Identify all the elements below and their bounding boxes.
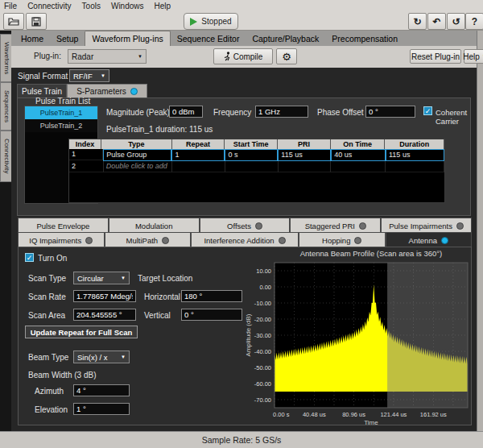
cell-empty[interactable]: [279, 161, 332, 172]
cell-empty[interactable]: [331, 161, 386, 172]
cell-start-time[interactable]: 0 s: [225, 149, 278, 161]
compile-settings-button[interactable]: ⚙: [276, 48, 297, 64]
help-button[interactable]: ?: [465, 13, 483, 30]
frequency-field[interactable]: [255, 106, 308, 118]
duration-text: PulseTrain_1 duration: 115 us: [106, 125, 213, 134]
ftab-pulse-impairments[interactable]: Pulse Impairments: [381, 218, 472, 234]
tab-setup[interactable]: Setup: [50, 31, 85, 46]
plugin-help-button[interactable]: Help ▼: [464, 49, 483, 64]
ftab-interference-addition[interactable]: Interference Addition: [191, 232, 299, 248]
turn-on-checkbox[interactable]: ✓: [25, 253, 34, 262]
cell-duration[interactable]: 115 us: [386, 149, 444, 161]
ftab-hopping[interactable]: Hopping: [299, 232, 386, 248]
status-dot: [85, 237, 93, 244]
cell-index[interactable]: 1: [69, 149, 103, 160]
cell-empty[interactable]: [225, 161, 279, 172]
reset-plugin-button[interactable]: Reset Plug-in: [410, 49, 461, 64]
azimuth-field[interactable]: [73, 384, 130, 396]
refresh-button[interactable]: ↺: [447, 13, 465, 30]
list-item-pulsetrain2[interactable]: PulseTrain_2: [25, 119, 97, 132]
col-start-time[interactable]: Start Time: [225, 139, 278, 149]
sidetab-waveforms[interactable]: Waveforms: [0, 34, 12, 82]
update-repeat-button[interactable]: Update Repeat for Full Scan: [25, 326, 138, 338]
ftab-label: MultiPath: [126, 236, 158, 245]
ftab-iq-impairments[interactable]: IQ Impairments: [18, 232, 105, 248]
menu-help[interactable]: Help: [155, 2, 171, 10]
compile-button[interactable]: Compile: [213, 48, 273, 64]
svg-text:-70.00: -70.00: [254, 396, 271, 404]
menu-connectivity[interactable]: Connectivity: [27, 2, 71, 10]
run-stop-button[interactable]: Stopped: [184, 13, 238, 30]
tab-precompensation[interactable]: Precompensation: [325, 31, 404, 46]
magnitude-label: Magnitude (Peak): [106, 108, 170, 117]
tab-home[interactable]: Home: [14, 31, 50, 46]
table-row: 2 Double click to add: [69, 161, 444, 172]
col-type[interactable]: Type: [101, 139, 171, 149]
menu-windows[interactable]: Windows: [111, 2, 144, 10]
cell-on-time[interactable]: 40 us: [331, 149, 386, 161]
phase-offset-field[interactable]: [365, 106, 415, 118]
pulse-train-panel: Pulse Train List PulseTrain_1 PulseTrain…: [17, 97, 471, 216]
cell-empty[interactable]: [386, 161, 444, 172]
right-strip[interactable]: [477, 31, 483, 431]
undo-icon: ↶: [432, 16, 440, 27]
ftab-offsets[interactable]: Offsets: [200, 218, 291, 234]
svg-text:-40.00: -40.00: [254, 348, 271, 355]
beam-profile-plot[interactable]: 10.000.00-10.00-20.00-30.00-40.00-50.00-…: [242, 258, 473, 425]
undo-button[interactable]: ↶: [427, 13, 446, 30]
run-man-icon: [224, 52, 231, 61]
sidetab-sequences[interactable]: Sequences: [0, 82, 12, 131]
ftab-pulse-envelope[interactable]: Pulse Envelope: [18, 218, 109, 234]
cell-add-placeholder[interactable]: Double click to add: [104, 161, 172, 172]
beam-type-select[interactable]: Sin(x) / x ▼: [73, 351, 130, 363]
cell-type[interactable]: Pulse Group: [103, 149, 171, 161]
pulse-table-header: Index Type Repeat Start Time PRI On Time…: [69, 139, 444, 149]
plugin-select[interactable]: Radar ▼: [68, 49, 147, 64]
check-icon: ✓: [27, 254, 33, 262]
signal-format-label: Signal Format: [18, 72, 68, 81]
ftab-label: Pulse Impairments: [389, 222, 452, 230]
cell-empty[interactable]: [172, 161, 225, 172]
coherent-carrier-label: Coherent Carrier: [436, 108, 470, 126]
col-duration[interactable]: Duration: [385, 139, 444, 149]
elevation-field[interactable]: [73, 403, 130, 415]
save-button[interactable]: [26, 13, 47, 30]
open-button[interactable]: [3, 13, 24, 30]
magnitude-field[interactable]: [169, 106, 203, 118]
signal-format-value: RF/IF: [73, 72, 93, 81]
antenna-panel: ✓ Turn On Scan Type Circular ▼ Scan Rate…: [18, 247, 472, 425]
tab-sequence-editor[interactable]: Sequence Editor: [171, 31, 246, 46]
col-index[interactable]: Index: [69, 139, 101, 149]
col-repeat[interactable]: Repeat: [172, 139, 225, 149]
sidetab-connectivity[interactable]: Connectivity: [0, 131, 12, 182]
horizontal-field[interactable]: [181, 290, 242, 302]
scan-rate-field[interactable]: [73, 290, 136, 302]
signal-format-select[interactable]: RF/IF ▼: [69, 69, 109, 82]
col-pri[interactable]: PRI: [278, 139, 331, 149]
ftab-staggered-pri[interactable]: Staggered PRI: [290, 218, 381, 234]
col-on-time[interactable]: On Time: [331, 139, 386, 149]
scan-type-select[interactable]: Circular ▼: [73, 272, 130, 284]
tab-waveform-plugins[interactable]: Waveform Plug-ins: [85, 31, 170, 46]
menu-file[interactable]: File: [4, 2, 17, 10]
vertical-field[interactable]: [181, 309, 242, 321]
svg-text:0.00 s: 0.00 s: [273, 411, 290, 418]
svg-text:-20.00: -20.00: [254, 316, 271, 323]
cell-index[interactable]: 2: [69, 161, 104, 172]
menu-tools[interactable]: Tools: [82, 2, 101, 10]
ftab-modulation[interactable]: Modulation: [109, 218, 200, 234]
run-state-label: Stopped: [201, 17, 231, 26]
cell-repeat[interactable]: 1: [171, 149, 225, 161]
svg-text:161.92 us: 161.92 us: [420, 411, 447, 418]
tab-capture-playback[interactable]: Capture/Playback: [246, 31, 325, 46]
reset-plugin-label: Reset Plug-in: [411, 52, 460, 61]
recall-setup-button[interactable]: ↻: [408, 13, 427, 30]
ftab-antenna[interactable]: Antenna: [386, 232, 473, 248]
coherent-carrier-checkbox[interactable]: ✓: [423, 106, 432, 115]
ftab-multipath[interactable]: MultiPath: [105, 232, 192, 248]
scan-area-field[interactable]: [73, 309, 136, 321]
cell-pri[interactable]: 115 us: [278, 149, 331, 161]
dropdown-arrow-icon: ▼: [121, 276, 126, 280]
list-item-pulsetrain1[interactable]: PulseTrain_1: [25, 106, 97, 119]
ftab-label: Pulse Envelope: [36, 222, 89, 230]
